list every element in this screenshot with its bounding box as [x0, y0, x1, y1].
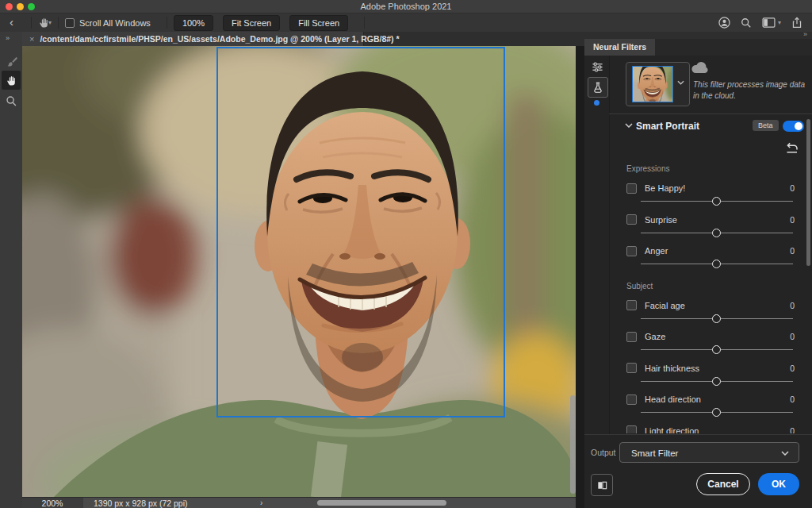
slider-knob[interactable] — [712, 408, 721, 417]
account-avatar-icon[interactable] — [718, 17, 730, 29]
slider-label: Be Happy! — [645, 183, 790, 193]
toolbar-collapse-icon[interactable]: » — [0, 32, 22, 46]
slider-checkbox[interactable] — [626, 214, 637, 225]
neural-filters-tab[interactable]: Neural Filters — [584, 39, 655, 56]
divider — [609, 56, 610, 435]
divider — [58, 17, 59, 29]
slider-checkbox[interactable] — [626, 394, 637, 405]
workspace-chevron-icon[interactable]: ▾ — [778, 19, 781, 26]
filter-slider-row: Facial age0 — [626, 299, 795, 331]
fill-screen-button[interactable]: Fill Screen — [289, 15, 348, 31]
document-tab[interactable]: × /content/dam/ccfirstmile/PHSP/en_US/as… — [22, 32, 364, 46]
smart-portrait-title[interactable]: Smart Portrait — [636, 121, 699, 132]
slider-value: 0 — [790, 215, 795, 225]
slider-knob[interactable] — [712, 345, 721, 354]
zoom-level-field[interactable]: 200% — [22, 498, 83, 508]
share-icon[interactable] — [791, 17, 802, 29]
slider-label: Hair thickness — [645, 364, 790, 373]
slider-checkbox[interactable] — [626, 183, 637, 194]
beta-filters-icon[interactable] — [588, 77, 608, 98]
fit-screen-button[interactable]: Fit Screen — [223, 15, 280, 31]
canvas-horizontal-scrollbar[interactable] — [317, 500, 446, 506]
filter-slider-row: Gaze0 — [626, 330, 795, 362]
beta-badge: Beta — [753, 120, 779, 131]
document-tab-title: /content/dam/ccfirstmile/PHSP/en_US/asse… — [40, 34, 399, 44]
slider-track[interactable] — [641, 201, 793, 202]
panel-header-strip: » — [584, 32, 812, 39]
slider-track[interactable] — [641, 412, 793, 413]
zoom-tool-icon[interactable] — [2, 91, 21, 110]
slider-knob[interactable] — [712, 229, 721, 237]
slider-checkbox[interactable] — [626, 332, 637, 342]
brush-tool-icon[interactable] — [2, 52, 21, 71]
cancel-button[interactable]: Cancel — [696, 473, 750, 495]
face-detection-box[interactable] — [216, 47, 505, 418]
neural-filters-panel: » Neural Filters — [584, 32, 812, 508]
slider-track[interactable] — [641, 233, 793, 233]
search-icon[interactable] — [741, 17, 752, 29]
section-title: Subject — [626, 282, 795, 291]
divider — [584, 434, 812, 435]
divider — [167, 17, 167, 29]
panel-scrollbar[interactable] — [806, 119, 810, 266]
document-tab-bar: » × /content/dam/ccfirstmile/PHSP/en_US/… — [0, 32, 584, 47]
panel-body: This filter processes image data in the … — [584, 56, 812, 508]
status-chevron-icon[interactable]: › — [260, 498, 262, 508]
divider — [364, 17, 365, 29]
slider-checkbox[interactable] — [626, 246, 637, 256]
document-dimensions: 1390 px x 928 px (72 ppi) — [94, 498, 188, 508]
workspace-layout-icon[interactable]: ▾ — [762, 17, 781, 28]
slider-label: Surprise — [645, 215, 790, 225]
slider-track[interactable] — [641, 381, 793, 382]
tool-preset-chevron-icon[interactable]: ▾ — [48, 19, 52, 26]
all-filters-icon[interactable] — [588, 57, 607, 76]
smart-portrait-toggle[interactable] — [783, 121, 804, 132]
thumbnail-chevron-icon[interactable] — [677, 80, 684, 85]
slider-track[interactable] — [641, 264, 793, 264]
cloud-icon — [691, 62, 708, 74]
slider-value: 0 — [790, 426, 795, 434]
output-value: Smart Filter — [631, 448, 678, 458]
preview-split-button[interactable] — [591, 474, 613, 496]
slider-knob[interactable] — [712, 377, 721, 386]
smart-portrait-collapse-icon[interactable] — [625, 123, 633, 128]
slider-knob[interactable] — [712, 314, 721, 323]
panel-gutter — [576, 46, 584, 508]
slider-value: 0 — [790, 183, 795, 193]
slider-checkbox[interactable] — [626, 300, 637, 310]
document-canvas[interactable] — [22, 46, 576, 497]
scroll-all-windows-checkbox[interactable] — [65, 18, 75, 28]
face-thumbnail[interactable] — [632, 66, 673, 102]
filter-slider-row: Surprise0 — [626, 214, 795, 245]
slider-track[interactable] — [641, 349, 793, 350]
reset-filter-icon[interactable] — [784, 141, 799, 155]
options-bar: ‹ ▾ Scroll All Windows 100% Fit Screen F… — [0, 13, 812, 33]
filter-thumbnail-card[interactable] — [626, 62, 690, 106]
back-chevron-icon[interactable]: ‹ — [10, 16, 13, 28]
slider-checkbox[interactable] — [626, 363, 637, 373]
toggle-knob — [795, 122, 802, 130]
slider-knob[interactable] — [712, 260, 721, 268]
panel-collapse-icon[interactable]: » — [803, 30, 806, 38]
filter-slider-row: Be Happy!0 — [626, 182, 795, 214]
scroll-all-windows-label: Scroll All Windows — [79, 18, 151, 28]
slider-value: 0 — [790, 332, 795, 341]
filter-slider-row: Hair thickness0 — [626, 362, 795, 394]
canvas-vertical-scrollbar[interactable] — [570, 395, 576, 494]
slider-label: Light direction — [645, 426, 790, 434]
output-chevron-icon — [781, 451, 789, 456]
close-document-icon[interactable]: × — [29, 34, 34, 44]
window-title: Adobe Photoshop 2021 — [0, 2, 812, 11]
zoom-100-button[interactable]: 100% — [174, 15, 213, 31]
slider-value: 0 — [790, 301, 795, 310]
slider-checkbox[interactable] — [626, 425, 637, 433]
slider-track[interactable] — [641, 318, 793, 319]
tool-strip — [0, 46, 23, 508]
output-select[interactable]: Smart Filter — [619, 442, 799, 463]
active-filter-indicator-dot — [594, 100, 599, 106]
slider-knob[interactable] — [712, 197, 721, 206]
slider-value: 0 — [790, 394, 795, 404]
ok-button[interactable]: OK — [758, 473, 799, 495]
slider-label: Facial age — [645, 301, 790, 310]
hand-tool-selected[interactable] — [2, 71, 21, 90]
